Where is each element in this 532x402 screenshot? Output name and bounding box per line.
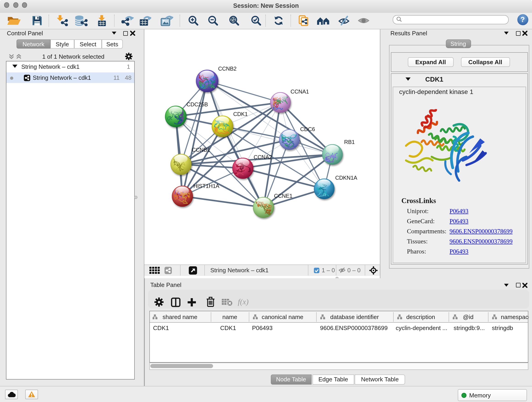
svg-text:CCNA2: CCNA2 — [253, 154, 272, 160]
svg-text:CCNE1: CCNE1 — [274, 192, 292, 199]
svg-text:CDKN1A: CDKN1A — [335, 174, 357, 181]
svg-text:CCNB1: CCNB1 — [191, 147, 210, 153]
svg-text:CDK1: CDK1 — [233, 111, 247, 117]
svg-text:RB1: RB1 — [344, 139, 355, 145]
svg-text:CDC25B: CDC25B — [186, 101, 208, 107]
svg-text:CDC6: CDC6 — [300, 126, 315, 132]
svg-text:CCNA1: CCNA1 — [290, 88, 309, 95]
svg-text:CCNB2: CCNB2 — [218, 65, 236, 71]
svg-text:HIST1H1A: HIST1H1A — [193, 183, 219, 189]
